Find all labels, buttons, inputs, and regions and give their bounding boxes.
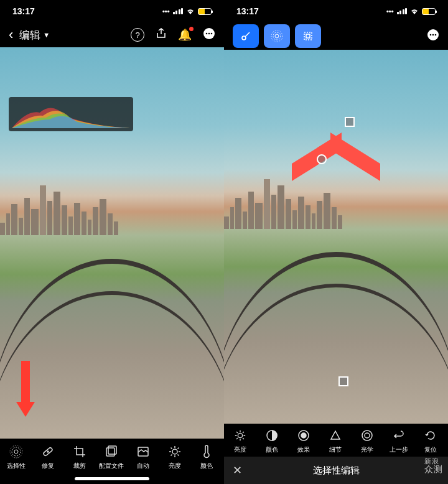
svg-rect-18 bbox=[306, 34, 310, 38]
tool-effect[interactable]: 效果 bbox=[287, 429, 319, 454]
svg-point-5 bbox=[12, 447, 21, 456]
tool-selective[interactable]: 选择性 bbox=[0, 445, 32, 470]
signal-icon bbox=[173, 8, 184, 14]
optics-icon bbox=[360, 429, 374, 442]
svg-point-23 bbox=[238, 433, 242, 437]
signal-icon bbox=[397, 8, 408, 14]
svg-rect-10 bbox=[108, 446, 116, 454]
status-icons: ••• bbox=[386, 7, 436, 16]
help-button[interactable]: ? bbox=[131, 28, 144, 42]
svg-point-4 bbox=[14, 450, 18, 454]
battery-icon bbox=[422, 8, 436, 15]
tool-color[interactable]: 颜色 bbox=[190, 445, 222, 470]
selective-mode-pills bbox=[233, 24, 321, 48]
svg-rect-17 bbox=[304, 32, 312, 40]
page-title[interactable]: 编辑 bbox=[19, 28, 40, 42]
notifications-button[interactable]: 🔔 bbox=[178, 28, 192, 42]
photo-skyline bbox=[0, 192, 224, 235]
svg-point-2 bbox=[208, 32, 210, 34]
annotation-red-chevron-up bbox=[296, 129, 376, 179]
more-button[interactable] bbox=[427, 29, 439, 44]
color-icon bbox=[265, 429, 279, 442]
effect-icon bbox=[297, 429, 310, 442]
wifi-icon bbox=[410, 7, 419, 16]
close-panel-button[interactable]: ✕ bbox=[233, 463, 242, 477]
svg-point-3 bbox=[211, 32, 213, 34]
undo-icon bbox=[392, 429, 406, 442]
panel-title: 选择性编辑 bbox=[313, 465, 360, 477]
home-indicator[interactable] bbox=[0, 473, 224, 484]
tool-crop[interactable]: 裁剪 bbox=[63, 445, 95, 470]
reset-icon bbox=[424, 429, 437, 442]
right-phone-screenshot: 13:17 ••• bbox=[224, 0, 448, 484]
svg-point-22 bbox=[435, 34, 437, 35]
status-bar: 13:17 ••• bbox=[224, 0, 448, 22]
svg-point-27 bbox=[362, 430, 372, 440]
tool-auto[interactable]: 自动 bbox=[127, 445, 159, 470]
tool-detail[interactable]: 细节 bbox=[319, 429, 351, 454]
left-phone-screenshot: 13:17 ••• ‹ 编辑 ▼ ? 🔔 bbox=[0, 0, 224, 484]
svg-rect-9 bbox=[106, 448, 114, 456]
tool-profile[interactable]: 配置文件 bbox=[95, 445, 127, 470]
top-bar: ‹ 编辑 ▼ ? 🔔 bbox=[0, 22, 224, 47]
status-bar: 13:17 ••• bbox=[0, 0, 224, 22]
svg-point-1 bbox=[206, 32, 208, 34]
brush-tool-button[interactable] bbox=[233, 24, 259, 48]
status-time: 13:17 bbox=[236, 6, 259, 16]
selection-handle-center[interactable] bbox=[317, 154, 327, 164]
battery-icon bbox=[198, 8, 212, 15]
bottom-toolbar: 亮度 颜色 效果 细节 bbox=[224, 424, 448, 457]
svg-point-12 bbox=[172, 449, 177, 454]
bandage-icon bbox=[41, 445, 55, 458]
selection-handle-top[interactable] bbox=[345, 117, 355, 127]
svg-point-15 bbox=[273, 32, 281, 40]
share-button[interactable] bbox=[156, 28, 167, 42]
selection-handle-bottom[interactable] bbox=[338, 376, 348, 386]
watermark: 新浪 众测 bbox=[424, 457, 443, 474]
svg-point-8 bbox=[47, 451, 49, 452]
tool-light[interactable]: 亮度 bbox=[224, 429, 256, 454]
histogram-overlay[interactable] bbox=[9, 97, 133, 131]
brightness-icon bbox=[233, 429, 247, 442]
photo-canvas[interactable] bbox=[0, 47, 224, 439]
brightness-icon bbox=[168, 445, 182, 458]
status-icons: ••• bbox=[162, 7, 212, 16]
tool-undo[interactable]: 上一步 bbox=[383, 429, 414, 454]
detail-icon bbox=[329, 429, 342, 442]
photo-skyline bbox=[224, 185, 448, 229]
profile-icon bbox=[105, 445, 118, 458]
status-time: 13:17 bbox=[12, 6, 35, 16]
tool-optics[interactable]: 光学 bbox=[351, 429, 383, 454]
radial-tool-button[interactable] bbox=[264, 24, 290, 48]
svg-point-21 bbox=[432, 34, 434, 35]
top-bar bbox=[224, 22, 448, 50]
title-dropdown-caret[interactable]: ▼ bbox=[43, 31, 50, 39]
tool-heal[interactable]: 修复 bbox=[32, 445, 63, 470]
more-button[interactable] bbox=[203, 27, 215, 43]
panel-header: ✕ 选择性编辑 bbox=[224, 457, 448, 484]
linear-tool-button[interactable] bbox=[295, 24, 321, 48]
svg-point-20 bbox=[430, 34, 432, 35]
auto-icon bbox=[136, 445, 150, 458]
back-button[interactable]: ‹ bbox=[9, 27, 13, 43]
wifi-icon bbox=[186, 7, 195, 16]
tool-reset[interactable]: 复位 bbox=[414, 429, 446, 454]
photo-canvas[interactable] bbox=[224, 50, 448, 424]
bottom-toolbar: 选择性 修复 裁剪 配置文件 自动 bbox=[0, 439, 224, 473]
tool-light[interactable]: 亮度 bbox=[159, 445, 190, 470]
svg-point-14 bbox=[275, 34, 279, 38]
svg-point-26 bbox=[301, 433, 306, 438]
svg-point-28 bbox=[365, 433, 370, 438]
radial-filter-icon bbox=[9, 445, 23, 458]
crop-icon bbox=[73, 445, 86, 458]
temperature-icon bbox=[200, 445, 213, 458]
tool-color[interactable]: 颜色 bbox=[256, 429, 287, 454]
